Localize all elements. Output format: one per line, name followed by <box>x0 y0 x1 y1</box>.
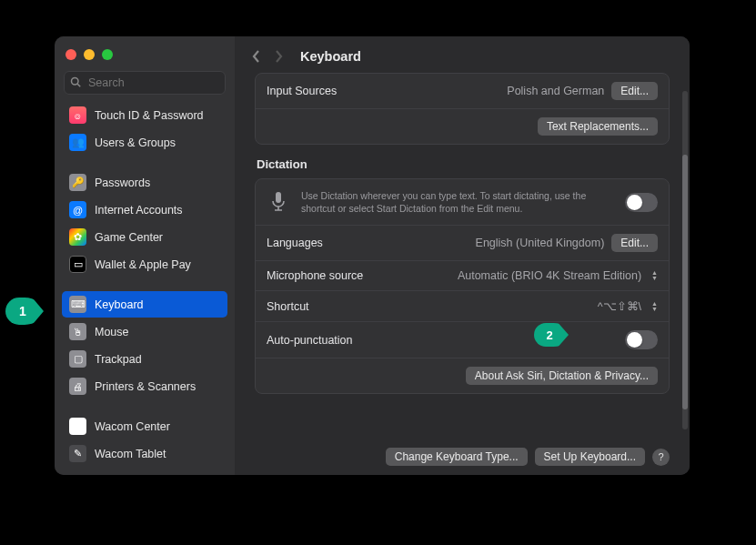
svg-point-0 <box>72 78 79 86</box>
annotation-1: 1 <box>5 298 44 325</box>
help-button[interactable]: ? <box>652 449 670 466</box>
setup-keyboard-button[interactable]: Set Up Keyboard... <box>535 448 645 466</box>
sidebar-item-internet[interactable]: @Internet Accounts <box>62 197 227 223</box>
microphone-source-select[interactable]: Automatic (BRIO 4K Stream Edition) ▲▼ <box>458 269 658 282</box>
wallet-icon: ▭ <box>69 256 86 273</box>
microphone-source-label: Microphone source <box>267 269 363 282</box>
sidebar-item-wacomtablet[interactable]: ✎Wacom Tablet <box>62 440 227 466</box>
page-title: Keyboard <box>300 49 361 64</box>
dictation-panel: Use Dictation wherever you can type text… <box>255 178 670 394</box>
sidebar-item-label: Trackpad <box>95 353 142 366</box>
edit-languages-button[interactable]: Edit... <box>611 234 658 252</box>
sidebar-item-label: Printers & Scanners <box>95 380 196 393</box>
input-sources-value: Polish and German <box>507 85 604 97</box>
sidebar-item-users[interactable]: 👥Users & Groups <box>62 129 227 156</box>
shortcut-select[interactable]: ^⌥⇧⌘\ ▲▼ <box>598 299 658 313</box>
chevron-up-down-icon: ▲▼ <box>651 270 658 281</box>
nav-forward-button <box>273 49 284 64</box>
printers-icon: 🖨 <box>69 378 86 395</box>
sidebar-item-label: Wacom Center <box>95 420 170 433</box>
svg-line-1 <box>77 84 80 86</box>
chevron-up-down-icon: ▲▼ <box>651 301 658 312</box>
internet-icon: @ <box>69 201 86 218</box>
search-input[interactable] <box>64 71 226 95</box>
maximize-window-button[interactable] <box>102 49 113 60</box>
nav-back-button[interactable] <box>251 49 262 64</box>
sidebar-item-label: Users & Groups <box>95 136 176 149</box>
touchid-icon: ⌾ <box>69 106 86 124</box>
keyboard-icon: ⌨ <box>69 296 86 313</box>
mouse-icon: 🖱 <box>69 323 86 340</box>
languages-value: English (United Kingdom) <box>476 237 605 249</box>
passwords-icon: 🔑 <box>69 174 86 191</box>
sidebar-item-trackpad[interactable]: ▢Trackpad <box>62 346 227 372</box>
sidebar-item-passwords[interactable]: 🔑Passwords <box>62 169 227 196</box>
minimize-window-button[interactable] <box>84 49 95 60</box>
sidebar-item-label: Game Center <box>95 231 163 244</box>
sidebar-item-mouse[interactable]: 🖱Mouse <box>62 318 227 345</box>
sidebar: ⌾Touch ID & Password👥Users & Groups🔑Pass… <box>55 36 235 475</box>
shortcut-value: ^⌥⇧⌘\ <box>598 299 641 313</box>
content-header: Keyboard <box>235 36 690 73</box>
input-sources-label: Input Sources <box>267 85 337 97</box>
sidebar-item-label: Touch ID & Password <box>95 109 204 122</box>
sidebar-item-label: Internet Accounts <box>95 204 183 217</box>
sidebar-item-keyboard[interactable]: ⌨Keyboard <box>62 291 227 318</box>
sidebar-item-label: Mouse <box>95 326 129 338</box>
input-sources-panel: Input Sources Polish and German Edit... … <box>255 73 670 145</box>
settings-window: ⌾Touch ID & Password👥Users & Groups🔑Pass… <box>55 36 690 475</box>
text-replacements-button[interactable]: Text Replacements... <box>538 117 658 136</box>
svg-rect-2 <box>276 192 281 203</box>
sidebar-item-gamecenter[interactable]: ✿Game Center <box>62 224 227 250</box>
sidebar-item-label: Passwords <box>95 177 150 189</box>
sidebar-items: ⌾Touch ID & Password👥Users & Groups🔑Pass… <box>55 102 235 466</box>
sidebar-item-label: Wacom Tablet <box>95 448 166 460</box>
shortcut-label: Shortcut <box>267 300 309 313</box>
wacomtablet-icon: ✎ <box>69 445 86 462</box>
microphone-icon <box>267 190 290 214</box>
gamecenter-icon: ✿ <box>69 228 86 246</box>
annotation-2-badge: 2 <box>534 323 569 347</box>
traffic-lights <box>55 45 235 71</box>
content-area: Keyboard Input Sources Polish and German… <box>235 36 690 475</box>
languages-label: Languages <box>267 237 323 249</box>
sidebar-item-wallet[interactable]: ▭Wallet & Apple Pay <box>62 251 227 278</box>
dictation-section-title: Dictation <box>257 157 670 171</box>
about-siri-dictation-button[interactable]: About Ask Siri, Dictation & Privacy... <box>466 367 658 385</box>
sidebar-item-touchid[interactable]: ⌾Touch ID & Password <box>62 102 227 128</box>
sidebar-item-label: Wallet & Apple Pay <box>95 258 191 271</box>
close-window-button[interactable] <box>66 49 76 60</box>
sidebar-item-wacomcenter[interactable]: wWacom Center <box>62 413 227 439</box>
content-scrollbar[interactable] <box>682 91 688 429</box>
dictation-intro-text: Use Dictation wherever you can type text… <box>301 189 614 215</box>
footer-buttons: Change Keyboard Type... Set Up Keyboard.… <box>235 439 690 475</box>
wacomcenter-icon: w <box>69 418 86 435</box>
sidebar-item-label: Keyboard <box>95 298 144 311</box>
sidebar-item-printers[interactable]: 🖨Printers & Scanners <box>62 373 227 399</box>
change-keyboard-type-button[interactable]: Change Keyboard Type... <box>386 448 528 466</box>
auto-punctuation-toggle[interactable] <box>625 330 658 349</box>
auto-punctuation-label: Auto-punctuation <box>267 334 353 347</box>
users-icon: 👥 <box>69 134 86 151</box>
microphone-source-value: Automatic (BRIO 4K Stream Edition) <box>458 269 641 282</box>
trackpad-icon: ▢ <box>69 350 86 368</box>
dictation-toggle[interactable] <box>625 193 658 212</box>
search-icon <box>70 75 81 91</box>
edit-input-sources-button[interactable]: Edit... <box>611 82 658 100</box>
annotation-1-badge: 1 <box>5 298 44 325</box>
annotation-2: 2 <box>534 323 569 347</box>
